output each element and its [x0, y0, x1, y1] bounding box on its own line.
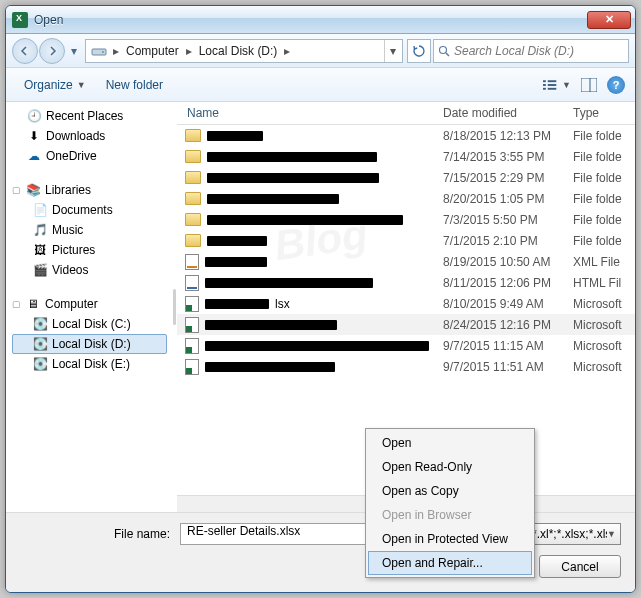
file-row[interactable]: 7/14/2015 3:55 PMFile folde — [177, 146, 635, 167]
file-date: 8/19/2015 10:50 AM — [433, 255, 563, 269]
navigation-tree[interactable]: 🕘Recent Places ⬇Downloads ☁OneDrive ▢📚Li… — [6, 102, 171, 512]
file-type: File folde — [563, 129, 635, 143]
breadcrumb-chevron[interactable]: ▸ — [281, 44, 293, 58]
col-date-header[interactable]: Date modified — [433, 106, 563, 120]
breadcrumb-chevron[interactable]: ▸ — [110, 44, 122, 58]
file-type: File folde — [563, 234, 635, 248]
pictures-icon: 🖼 — [32, 242, 48, 258]
file-date: 7/3/2015 5:50 PM — [433, 213, 563, 227]
column-headers[interactable]: Name Date modified Type — [177, 102, 635, 125]
folder-icon — [185, 192, 201, 205]
menu-open-as-copy[interactable]: Open as Copy — [368, 479, 532, 503]
svg-rect-7 — [548, 84, 557, 86]
breadcrumb-computer[interactable]: Computer — [122, 40, 183, 62]
svg-rect-8 — [543, 87, 546, 89]
svg-rect-6 — [543, 84, 546, 86]
menu-open[interactable]: Open — [368, 431, 532, 455]
breadcrumb-dropdown[interactable]: ▾ — [384, 40, 400, 62]
breadcrumb-chevron[interactable]: ▸ — [183, 44, 195, 58]
menu-open-read-only[interactable]: Open Read-Only — [368, 455, 532, 479]
documents-icon: 📄 — [32, 202, 48, 218]
file-row[interactable]: 8/20/2015 1:05 PMFile folde — [177, 188, 635, 209]
file-type: XML File — [563, 255, 635, 269]
tree-music[interactable]: 🎵Music — [12, 220, 171, 240]
command-bar: Organize▼ New folder ▼ ? — [6, 68, 635, 102]
tree-computer[interactable]: ▢🖥Computer — [12, 294, 171, 314]
menu-open-in-browser: Open in Browser — [368, 503, 532, 527]
file-row[interactable]: 8/11/2015 12:06 PMHTML Fil — [177, 272, 635, 293]
tree-videos[interactable]: 🎬Videos — [12, 260, 171, 280]
tree-downloads[interactable]: ⬇Downloads — [12, 126, 171, 146]
videos-icon: 🎬 — [32, 262, 48, 278]
filename-suffix: lsx — [275, 297, 290, 311]
file-row[interactable]: 7/3/2015 5:50 PMFile folde — [177, 209, 635, 230]
tree-local-disk-d[interactable]: 💽Local Disk (D:) — [12, 334, 167, 354]
file-row[interactable]: 8/24/2015 12:16 PMMicrosoft — [177, 314, 635, 335]
redacted-filename — [205, 278, 373, 288]
view-mode-button[interactable]: ▼ — [543, 74, 571, 96]
svg-rect-9 — [548, 87, 557, 89]
drive-icon: 💽 — [32, 316, 48, 332]
file-row[interactable]: 8/19/2015 10:50 AMXML File — [177, 251, 635, 272]
file-type: File folde — [563, 171, 635, 185]
folder-icon — [185, 171, 201, 184]
file-type: Microsoft — [563, 339, 635, 353]
file-row[interactable]: 9/7/2015 11:15 AMMicrosoft — [177, 335, 635, 356]
col-type-header[interactable]: Type — [563, 106, 635, 120]
tree-onedrive[interactable]: ☁OneDrive — [12, 146, 171, 166]
open-dropdown-menu: Open Open Read-Only Open as Copy Open in… — [365, 428, 535, 578]
refresh-button[interactable] — [407, 39, 431, 63]
file-date: 9/7/2015 11:51 AM — [433, 360, 563, 374]
new-folder-button[interactable]: New folder — [98, 75, 171, 95]
open-dialog: Open ✕ ▾ ▸ Computer ▸ Local Disk (D:) ▸ … — [5, 5, 636, 593]
xml-file-icon — [185, 254, 199, 270]
menu-open-and-repair[interactable]: Open and Repair... — [368, 551, 532, 575]
file-date: 7/14/2015 3:55 PM — [433, 150, 563, 164]
organize-button[interactable]: Organize▼ — [16, 75, 94, 95]
file-row[interactable]: lsx8/10/2015 9:49 AMMicrosoft — [177, 293, 635, 314]
folder-icon — [185, 129, 201, 142]
address-breadcrumb[interactable]: ▸ Computer ▸ Local Disk (D:) ▸ ▾ — [85, 39, 403, 63]
file-row[interactable]: 9/7/2015 11:51 AMMicrosoft — [177, 356, 635, 377]
file-date: 9/7/2015 11:15 AM — [433, 339, 563, 353]
titlebar[interactable]: Open ✕ — [6, 6, 635, 34]
redacted-filename — [207, 152, 377, 162]
preview-pane-button[interactable] — [575, 74, 603, 96]
breadcrumb-local-disk-d[interactable]: Local Disk (D:) — [195, 40, 282, 62]
navigation-bar: ▾ ▸ Computer ▸ Local Disk (D:) ▸ ▾ Searc… — [6, 34, 635, 68]
html-file-icon — [185, 275, 199, 291]
search-input[interactable]: Search Local Disk (D:) — [433, 39, 629, 63]
tree-documents[interactable]: 📄Documents — [12, 200, 171, 220]
tree-pictures[interactable]: 🖼Pictures — [12, 240, 171, 260]
col-name-header[interactable]: Name — [177, 106, 433, 120]
redacted-filename — [207, 236, 267, 246]
close-button[interactable]: ✕ — [587, 11, 631, 29]
redacted-filename — [205, 257, 267, 267]
file-type: HTML Fil — [563, 276, 635, 290]
svg-rect-4 — [543, 80, 546, 82]
file-type: Microsoft — [563, 360, 635, 374]
filename-label: File name: — [20, 527, 174, 541]
file-date: 8/18/2015 12:13 PM — [433, 129, 563, 143]
menu-open-protected-view[interactable]: Open in Protected View — [368, 527, 532, 551]
file-type: File folde — [563, 150, 635, 164]
file-row[interactable]: 8/18/2015 12:13 PMFile folde — [177, 125, 635, 146]
search-placeholder: Search Local Disk (D:) — [454, 44, 574, 58]
cancel-button[interactable]: Cancel — [539, 555, 621, 578]
window-title: Open — [34, 13, 587, 27]
xlsx-file-icon — [185, 296, 199, 312]
folder-icon — [185, 150, 201, 163]
redacted-filename — [207, 194, 339, 204]
tree-local-disk-e[interactable]: 💽Local Disk (E:) — [12, 354, 171, 374]
nav-back-button[interactable] — [12, 38, 38, 64]
tree-libraries[interactable]: ▢📚Libraries — [12, 180, 171, 200]
search-icon — [438, 45, 450, 57]
tree-recent-places[interactable]: 🕘Recent Places — [12, 106, 171, 126]
file-row[interactable]: 7/1/2015 2:10 PMFile folde — [177, 230, 635, 251]
nav-history-dropdown[interactable]: ▾ — [67, 38, 81, 64]
help-button[interactable]: ? — [607, 76, 625, 94]
file-row[interactable]: 7/15/2015 2:29 PMFile folde — [177, 167, 635, 188]
nav-forward-button[interactable] — [39, 38, 65, 64]
redacted-filename — [207, 131, 263, 141]
tree-local-disk-c[interactable]: 💽Local Disk (C:) — [12, 314, 171, 334]
